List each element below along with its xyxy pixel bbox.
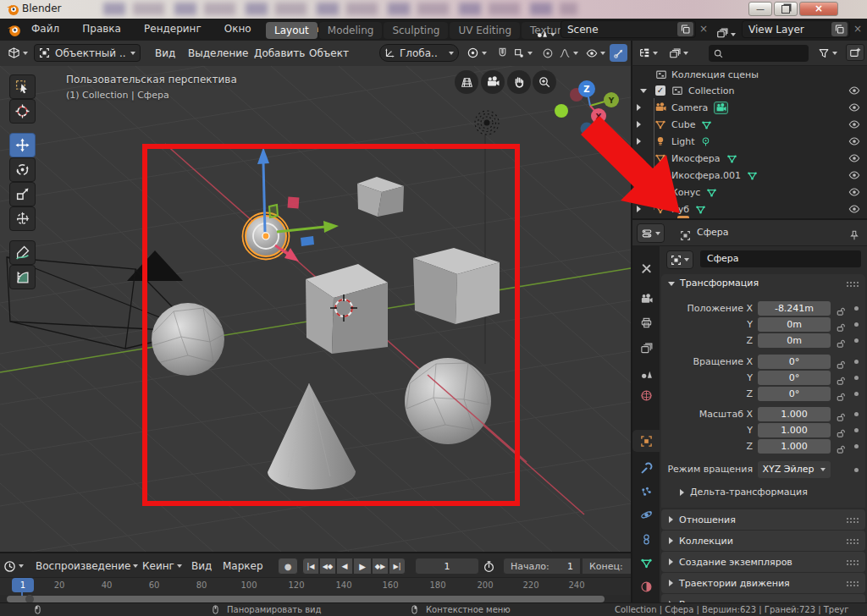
- viewlayer-selector-icon[interactable]: [716, 24, 736, 40]
- pan-view-button[interactable]: [507, 70, 531, 94]
- scrollbar-handle[interactable]: [25, 595, 34, 602]
- object-name-field[interactable]: Сфера: [700, 250, 861, 267]
- falloff-dropdown[interactable]: [557, 44, 580, 62]
- value-field[interactable]: 0°: [758, 387, 831, 401]
- expand-icon[interactable]: [637, 121, 641, 128]
- pivot-point-dropdown[interactable]: [464, 44, 489, 62]
- marker-menu[interactable]: Маркер: [223, 558, 263, 575]
- animate-dot[interactable]: [854, 306, 859, 311]
- value-field[interactable]: 0°: [758, 355, 831, 369]
- panel-collections[interactable]: Коллекции: [661, 531, 865, 551]
- animate-dot[interactable]: [854, 392, 859, 396]
- next-keyframe-button[interactable]: ◆▶: [372, 558, 389, 575]
- tool-scale[interactable]: [9, 182, 36, 206]
- blender-menu-icon[interactable]: [7, 23, 21, 37]
- play-button[interactable]: ▶: [353, 558, 372, 575]
- outliner-row-icosphere[interactable]: Икосфера: [632, 150, 867, 167]
- timeline-view-menu[interactable]: Вид: [191, 558, 212, 575]
- expand-icon[interactable]: [637, 138, 641, 145]
- viewlayer-unlink-icon[interactable]: ×: [853, 23, 862, 35]
- tool-annotate[interactable]: [9, 240, 36, 265]
- outliner-row-cone[interactable]: Конус: [632, 184, 867, 201]
- lock-icon[interactable]: [836, 302, 846, 318]
- expand-icon[interactable]: [637, 155, 641, 162]
- frame-start-field[interactable]: Начало:1: [503, 558, 581, 575]
- outliner-row-scene-collection[interactable]: Коллекция сцены: [632, 66, 867, 83]
- editor-type-3dview-button[interactable]: [2, 44, 34, 62]
- tool-cursor[interactable]: [9, 99, 36, 124]
- tab-material[interactable]: [632, 575, 660, 597]
- object-icosphere-right[interactable]: [405, 358, 491, 444]
- tab-scene[interactable]: [632, 362, 660, 384]
- panel-collapse-icon[interactable]: [668, 282, 675, 286]
- scene-field[interactable]: Scene: [561, 20, 696, 38]
- hide-toggle[interactable]: [848, 169, 860, 181]
- value-field[interactable]: -8.241m: [758, 301, 831, 316]
- outliner-display-mode-button[interactable]: [666, 44, 691, 62]
- expand-icon[interactable]: [637, 104, 641, 111]
- hide-toggle[interactable]: [848, 203, 860, 215]
- menu-render[interactable]: Рендеринг: [135, 19, 211, 41]
- hide-toggle[interactable]: [848, 152, 860, 164]
- menu-view[interactable]: Вид: [149, 44, 181, 62]
- scene-selector-icon[interactable]: [536, 24, 555, 40]
- camera-view-button[interactable]: [481, 70, 505, 94]
- outliner-row-light[interactable]: Light: [632, 133, 867, 150]
- collection-checkbox[interactable]: ✓: [655, 85, 665, 96]
- panel-drag-dots[interactable]: [846, 281, 859, 287]
- outliner-row-kub[interactable]: Куб: [632, 201, 867, 217]
- hide-toggle[interactable]: [848, 85, 860, 96]
- value-field[interactable]: 1.000: [758, 407, 831, 421]
- value-field[interactable]: 0m: [758, 333, 831, 348]
- outliner-row-camera[interactable]: Camera: [632, 99, 867, 116]
- hide-toggle[interactable]: [848, 186, 860, 198]
- tool-measure[interactable]: [9, 265, 36, 289]
- play-reverse-button[interactable]: ◀: [336, 558, 353, 575]
- expand-icon[interactable]: [637, 172, 641, 179]
- viewlayer-copy-button[interactable]: [831, 22, 848, 36]
- expand-icon[interactable]: [637, 189, 641, 195]
- viewlayer-field[interactable]: View Layer: [742, 20, 850, 38]
- prev-keyframe-button[interactable]: ◀◆: [319, 558, 336, 575]
- hide-toggle[interactable]: [848, 118, 860, 130]
- lock-icon[interactable]: [836, 388, 846, 404]
- lock-icon[interactable]: [836, 371, 846, 388]
- animate-dot[interactable]: [854, 468, 859, 472]
- tab-view-layer[interactable]: [632, 337, 660, 359]
- lock-icon[interactable]: [836, 355, 846, 371]
- object-id-selector[interactable]: [666, 250, 693, 269]
- show-gizmo-dropdown[interactable]: [584, 44, 607, 62]
- playhead[interactable]: 1: [12, 578, 34, 592]
- object-cube-center[interactable]: [306, 264, 388, 354]
- editor-type-timeline-button[interactable]: [3, 558, 24, 575]
- value-field[interactable]: 0m: [758, 317, 831, 332]
- snap-target-dropdown[interactable]: [511, 44, 534, 62]
- tool-transform[interactable]: [9, 206, 36, 231]
- expand-icon[interactable]: [637, 206, 641, 212]
- workspace-tab-uvediting[interactable]: UV Editing: [450, 22, 520, 39]
- tool-select-box[interactable]: [9, 74, 36, 99]
- workspace-tab-modeling[interactable]: Modeling: [319, 22, 383, 39]
- current-frame-field[interactable]: 1: [415, 558, 479, 575]
- workspace-tab-sculpting[interactable]: Sculpting: [384, 22, 448, 39]
- jump-to-start-button[interactable]: |◀: [302, 558, 319, 575]
- zoom-view-button[interactable]: [533, 70, 556, 94]
- timeline-scrollbar[interactable]: [7, 596, 605, 602]
- tab-particles[interactable]: [632, 481, 660, 503]
- gizmos-toggle[interactable]: [610, 44, 627, 62]
- mode-dropdown[interactable]: Объектный ..: [34, 44, 141, 62]
- panel-relations[interactable]: Отношения: [661, 509, 865, 530]
- outliner-row-cube[interactable]: Cube: [632, 116, 867, 133]
- outliner-panel[interactable]: Коллекция сцены ✓ Collection Camera Cube: [631, 66, 867, 218]
- value-field[interactable]: 1.000: [758, 423, 831, 437]
- tab-world[interactable]: [632, 384, 660, 406]
- lock-icon[interactable]: [836, 334, 846, 350]
- timeline-ruler[interactable]: 20 40 60 80 100 120 140 160 180 200 220 …: [0, 577, 631, 595]
- animate-dot[interactable]: [854, 360, 859, 364]
- object-icosphere-left[interactable]: [152, 303, 224, 376]
- value-field[interactable]: 0°: [758, 371, 831, 385]
- jump-to-end-button[interactable]: ▶|: [389, 558, 406, 575]
- animate-dot[interactable]: [854, 322, 859, 327]
- outliner-search-input[interactable]: [709, 45, 809, 62]
- 3d-viewport[interactable]: Z Y X Пользовательская перспектива (1) C…: [0, 66, 631, 552]
